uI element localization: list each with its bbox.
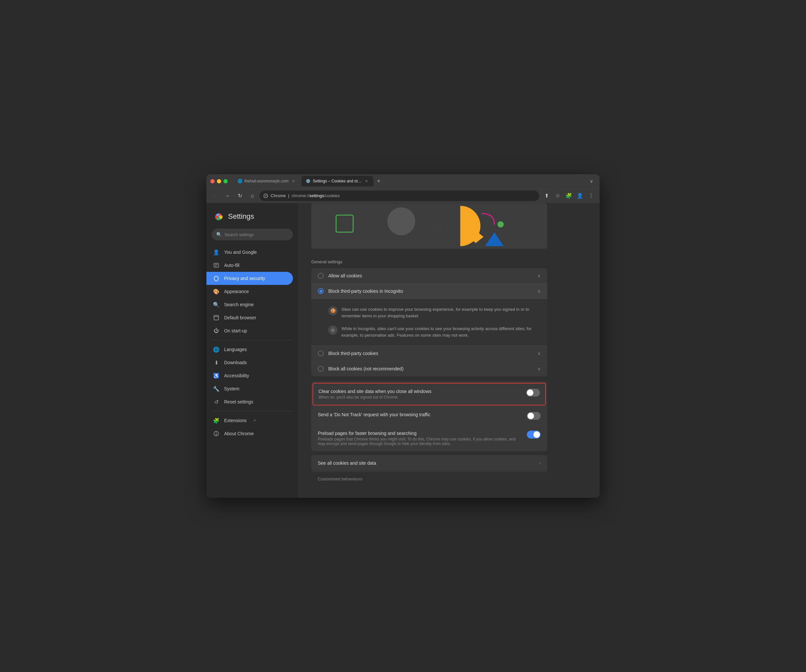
traffic-lights [210,179,228,183]
sidebar-item-reset[interactable]: ↺ Reset settings [206,395,293,408]
sidebar-search-icon: 🔍 [216,232,222,237]
reload-button[interactable]: ↻ [235,191,245,201]
settings-header: Settings [206,208,298,229]
nav-label-extensions: Extensions [224,418,246,423]
svg-rect-11 [216,433,216,435]
sidebar-item-autofill[interactable]: Auto-fill [206,259,293,272]
preload-toggle[interactable] [527,431,541,438]
bookmark-button[interactable]: ☆ [552,191,563,201]
sidebar-item-downloads[interactable]: ⬇ Downloads [206,356,293,369]
hero-banner [311,203,547,249]
see-all-label: See all cookies and site data [318,460,539,466]
block-incognito-radio[interactable] [318,288,324,294]
nav-label-system: System [224,386,239,391]
preload-desc: Preloads pages that Chrome thinks you mi… [318,437,522,446]
block-incognito-label: Block third-party cookies in Incognito [328,288,533,294]
sidebar-item-appearance[interactable]: 🎨 Appearance [206,285,293,298]
appearance-icon: 🎨 [213,288,220,295]
wrench-icon: 🔧 [213,385,220,392]
content-inner: General settings Allow all cookies ∨ Blo… [298,203,560,498]
tabs-dropdown[interactable]: ∨ [587,177,596,185]
block-incognito-chevron: ∧ [537,288,541,294]
nav-label-startup: On start-up [224,328,247,333]
svg-point-14 [387,207,415,235]
svg-rect-4 [214,263,218,267]
new-tab-button[interactable]: + [374,176,383,186]
sidebar-item-languages[interactable]: 🌐 Languages [206,343,293,356]
clear-cookies-toggle[interactable] [526,389,540,397]
autofill-icon [213,262,220,268]
tab2-close[interactable]: ✕ [364,178,369,184]
menu-button[interactable]: ⋮ [586,191,596,201]
sidebar-item-default-browser[interactable]: Default browser [206,311,293,324]
section-label: General settings [311,257,547,264]
extensions-button[interactable]: 🧩 [563,191,574,201]
share-button[interactable]: ⬆ [541,191,552,201]
nav-group-1: 👤 You and Google Auto-fill Privacy and s… [206,245,298,337]
block-third-party-row[interactable]: Block third-party cookies ∨ [311,346,547,361]
clear-cookies-desc: When on, you'll also be signed out of Ch… [319,395,521,400]
home-button[interactable]: ⌂ [247,191,258,201]
sidebar-item-privacy[interactable]: Privacy and security [206,272,293,285]
do-not-track-toggle[interactable] [527,412,541,420]
tabs-bar: 🌐 thehub.euromoneylc.com ✕ ⚙️ Settings –… [233,176,596,186]
sidebar-item-about[interactable]: About Chrome [206,427,293,440]
see-all-cookies-card: See all cookies and site data › [311,455,547,471]
profile-button[interactable]: 👤 [575,191,585,201]
allow-all-radio[interactable] [318,273,324,279]
chrome-logo-icon [213,211,224,222]
maximize-button[interactable] [223,179,228,183]
globe-icon: 🌐 [213,346,220,353]
nav-group-2: 🌐 Languages ⬇ Downloads ♿ Accessibility … [206,343,298,408]
preload-content: Preload pages for faster browsing and se… [318,431,522,446]
minimize-button[interactable] [217,179,221,183]
svg-rect-12 [311,204,547,248]
block-third-party-label: Block third-party cookies [328,351,533,356]
back-button[interactable]: ← [210,191,220,201]
extensions-nav-icon: 🧩 [213,417,220,424]
settings-title: Settings [228,212,254,221]
forward-button[interactable]: → [222,191,233,201]
block-all-chevron: ∨ [537,366,541,371]
block-all-label: Block all cookies (not recommended) [328,366,533,371]
nav-label-about: About Chrome [224,431,254,436]
address-bar[interactable]: Chrome | chrome://settings/cookies [259,191,539,201]
expanded-text-1: Sites can use cookies to improve your br… [342,306,541,319]
power-icon: ⏻ [213,328,220,334]
see-all-cookies-row[interactable]: See all cookies and site data › [311,455,547,471]
sidebar-item-accessibility[interactable]: ♿ Accessibility [206,369,293,382]
block-all-cookies-row[interactable]: Block all cookies (not recommended) ∨ [311,361,547,376]
sidebar-item-you-and-google[interactable]: 👤 You and Google [206,245,293,259]
allow-all-cookies-row[interactable]: Allow all cookies ∨ [311,268,547,283]
security-icon [263,194,268,198]
nav-label-you-and-google: You and Google [224,250,257,255]
clear-cookies-row: Clear cookies and site data when you clo… [313,384,545,405]
block-third-party-radio[interactable] [318,351,324,356]
customised-behaviours-row: Customised behaviours [311,471,547,486]
block-third-party-chevron: ∨ [537,351,541,356]
close-button[interactable] [210,179,215,183]
sidebar-item-system[interactable]: 🔧 System [206,382,293,395]
svg-rect-16 [440,204,460,248]
cookie-options-group: Allow all cookies ∨ Block third-party co… [311,268,547,376]
block-icon: ⊘ [328,326,337,335]
address-domain: Chrome | chrome://settings/cookies [271,193,340,198]
sidebar-item-extensions[interactable]: 🧩 Extensions ↗ [206,414,298,427]
do-not-track-row: Send a 'Do Not Track' request with your … [311,407,547,425]
nav-label-reset: Reset settings [224,399,253,404]
about-chrome-icon [213,430,220,437]
sidebar-item-startup[interactable]: ⏻ On start-up [206,324,293,337]
sidebar-item-search-engine[interactable]: 🔍 Search engine [206,298,293,311]
allow-all-label: Allow all cookies [328,273,533,278]
svg-point-17 [497,221,504,227]
nav-label-search: Search engine [224,302,254,307]
block-incognito-row[interactable]: Block third-party cookies in Incognito ∧ [311,283,547,299]
tab-1[interactable]: 🌐 thehub.euromoneylc.com ✕ [233,176,301,186]
nav-label-downloads: Downloads [224,360,247,365]
browser-icon [213,315,220,321]
block-all-radio[interactable] [318,366,324,372]
tab1-close[interactable]: ✕ [291,178,296,184]
sidebar-search[interactable]: 🔍 Search settings [211,229,293,240]
tab-2[interactable]: ⚙️ Settings – Cookies and other s ✕ [301,176,373,186]
tab1-favicon: 🌐 [238,179,242,183]
